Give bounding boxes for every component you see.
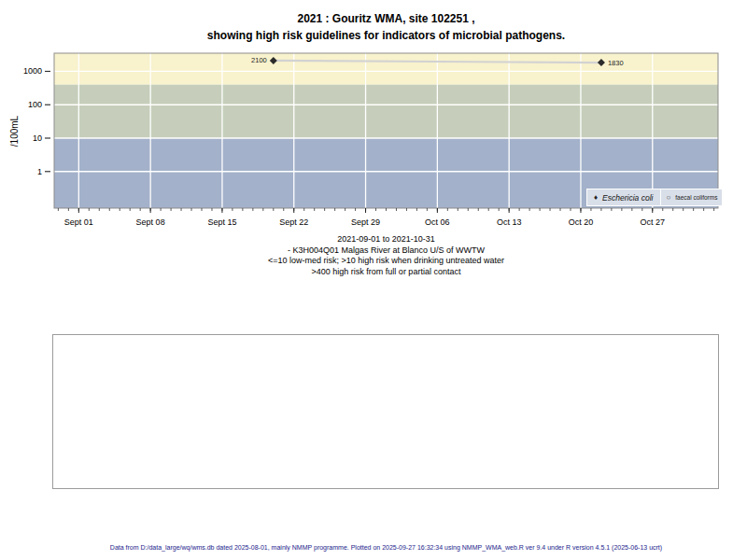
caption-site: - K3H004Q01 Malgas River at Blanco U/S o…	[54, 245, 718, 257]
x-axis-tick-label: Sept 01	[64, 217, 93, 227]
x-axis-tick-label: Sept 29	[351, 217, 380, 227]
caption-date-range: 2021-09-01 to 2021-10-31	[54, 234, 718, 245]
y-axis-tick-label: 100	[28, 100, 42, 109]
legend-item-faecal-coliforms: ○ faecal coliforms	[661, 189, 722, 205]
empty-plot-box	[52, 334, 719, 489]
band-high-risk-drinking	[54, 85, 718, 138]
x-axis-tick-label: Sept 15	[207, 217, 236, 227]
filled-diamond-icon: ♦	[594, 194, 598, 202]
chart-caption: 2021-09-01 to 2021-10-31 - K3H004Q01 Mal…	[54, 234, 718, 277]
data-point-label: 1830	[608, 59, 624, 67]
legend-label-faecal-coliforms: faecal coliforms	[675, 194, 717, 201]
legend-label-ecoli: Eschericia coli	[602, 193, 653, 203]
x-axis-tick-label: Oct 06	[425, 217, 450, 227]
data-point-label: 2100	[251, 56, 267, 64]
x-axis-tick-label: Sept 08	[136, 217, 165, 227]
caption-guideline-contact: >400 high risk from full or partial cont…	[54, 267, 718, 278]
caption-guideline-drinking: <=10 low-med risk; >10 high risk when dr…	[54, 256, 718, 267]
y-axis-tick-label: 10	[33, 133, 42, 143]
chart-legend: ♦ Eschericia coli ○ faecal coliforms	[586, 189, 723, 206]
x-axis-tick-label: Oct 13	[497, 217, 522, 227]
footer-note: Data from D:/data_large/wq/wms.db dated …	[54, 544, 718, 551]
y-axis-tick-label: 1000	[23, 66, 42, 76]
x-axis-tick-label: Oct 20	[569, 217, 594, 227]
legend-item-ecoli: ♦ Eschericia coli	[587, 189, 660, 205]
plot-page: 2021 : Gouritz WMA, site 102251 , showin…	[0, 0, 747, 560]
open-circle-icon: ○	[666, 194, 670, 202]
x-axis-tick-label: Oct 27	[641, 217, 666, 227]
x-axis-tick-label: Sept 22	[279, 217, 308, 227]
y-axis-tick-label: 1	[37, 167, 42, 176]
